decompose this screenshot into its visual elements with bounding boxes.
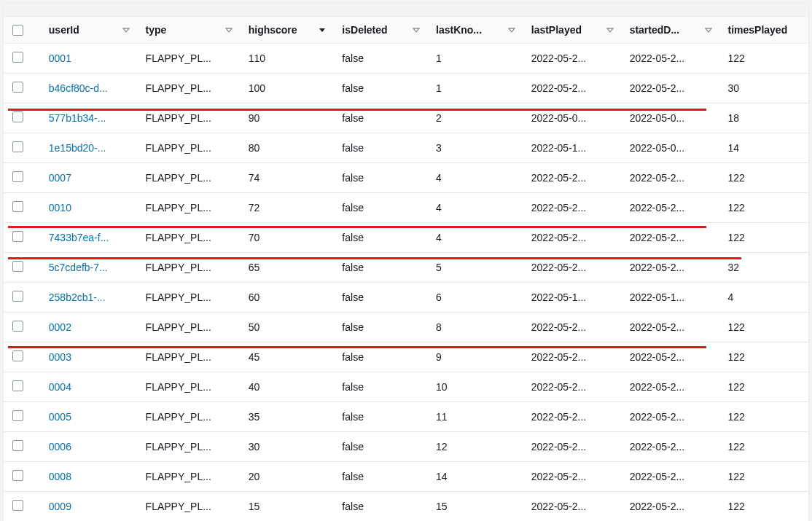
column-header-timesPlayed: timesPlayed [719, 17, 809, 44]
column-header-lastPlayed[interactable]: lastPlayed [523, 17, 621, 44]
svg-marker-1 [226, 28, 232, 32]
cell-lastKno: 3 [427, 133, 523, 163]
column-header-userId[interactable]: userId [40, 17, 137, 44]
cell-isDeleted: false [333, 193, 427, 223]
userid-link[interactable]: 5c7cdefb-7... [49, 262, 108, 273]
cell-userId[interactable]: 0005 [40, 402, 137, 432]
column-header-type[interactable]: type [137, 17, 240, 44]
sort-desc-icon[interactable] [319, 26, 326, 34]
userid-link[interactable]: 258b2cb1-... [49, 291, 106, 303]
row-checkbox[interactable] [12, 350, 23, 361]
column-header-chk [4, 17, 40, 44]
row-checkbox[interactable] [12, 111, 23, 122]
cell-timesPlayed: 122 [719, 223, 809, 253]
row-checkbox[interactable] [12, 261, 23, 272]
cell-timesPlayed: 122 [719, 402, 809, 432]
row-checkbox[interactable] [12, 410, 23, 421]
table-row: 577b1b34-...FLAPPY_PL...90false22022-05-… [4, 103, 808, 133]
cell-isDeleted: false [333, 283, 427, 313]
sort-icon[interactable] [606, 26, 614, 34]
column-header-isDeleted[interactable]: isDeleted [333, 17, 427, 44]
cell-userId[interactable]: 0006 [40, 432, 137, 462]
cell-lastKno: 4 [427, 163, 523, 193]
cell-userId[interactable]: 0010 [40, 193, 137, 223]
row-checkbox[interactable] [12, 171, 23, 182]
sort-icon[interactable] [413, 26, 420, 34]
sort-icon[interactable] [705, 26, 712, 34]
userid-link[interactable]: 0001 [49, 52, 71, 64]
cell-lastPlayed: 2022-05-2... [523, 462, 621, 492]
userid-link[interactable]: 577b1b34-... [49, 112, 106, 124]
column-header-startedD[interactable]: startedD... [621, 17, 719, 44]
cell-lastKno: 14 [427, 462, 523, 492]
row-checkbox[interactable] [12, 440, 23, 451]
select-all-checkbox[interactable] [12, 25, 23, 36]
column-header-highscore[interactable]: highscore [240, 17, 334, 44]
cell-isDeleted: false [333, 133, 427, 163]
cell-highscore: 50 [240, 313, 334, 342]
table-row: 0009FLAPPY_PL...15false152022-05-2...202… [4, 492, 808, 522]
userid-link[interactable]: b46cf80c-d... [49, 82, 108, 94]
cell-userId[interactable]: 0009 [40, 492, 137, 522]
row-checkbox[interactable] [12, 500, 23, 511]
sort-icon[interactable] [508, 26, 515, 34]
table-row: 0010FLAPPY_PL...72false42022-05-2...2022… [4, 193, 808, 223]
cell-lastKno: 8 [427, 313, 523, 342]
cell-timesPlayed: 14 [719, 133, 809, 163]
cell-highscore: 15 [240, 492, 334, 522]
userid-link[interactable]: 0003 [49, 351, 71, 363]
cell-lastPlayed: 2022-05-2... [523, 372, 621, 402]
cell-isDeleted: false [333, 492, 427, 522]
cell-timesPlayed: 122 [719, 313, 809, 342]
cell-userId[interactable]: b46cf80c-d... [40, 74, 137, 103]
userid-link[interactable]: 1e15bd20-... [49, 142, 106, 154]
cell-lastKno: 11 [427, 402, 523, 432]
row-checkbox[interactable] [12, 201, 23, 212]
cell-lastKno: 10 [427, 372, 523, 402]
row-checkbox[interactable] [12, 231, 23, 242]
row-checkbox[interactable] [12, 380, 23, 391]
cell-isDeleted: false [333, 44, 427, 74]
cell-highscore: 80 [240, 133, 334, 163]
userid-link[interactable]: 0010 [49, 202, 71, 214]
cell-userId[interactable]: 0002 [40, 313, 137, 342]
cell-lastKno: 4 [427, 193, 523, 223]
cell-startedD: 2022-05-1... [621, 283, 719, 313]
userid-link[interactable]: 0008 [49, 471, 71, 482]
cell-type: FLAPPY_PL... [137, 313, 240, 342]
sort-icon[interactable] [225, 26, 233, 34]
svg-marker-4 [509, 28, 515, 32]
cell-userId[interactable]: 0007 [40, 163, 137, 193]
cell-userId[interactable]: 1e15bd20-... [40, 133, 137, 163]
cell-highscore: 74 [240, 163, 334, 193]
cell-userId[interactable]: 0001 [40, 44, 137, 74]
cell-highscore: 90 [240, 103, 334, 133]
cell-startedD: 2022-05-2... [621, 313, 719, 342]
sort-icon[interactable] [122, 26, 130, 34]
cell-lastKno: 2 [427, 103, 523, 133]
cell-userId[interactable]: 258b2cb1-... [40, 283, 137, 313]
row-checkbox[interactable] [12, 291, 23, 302]
cell-userId[interactable]: 577b1b34-... [40, 103, 137, 133]
row-checkbox[interactable] [12, 321, 23, 332]
cell-lastKno: 15 [427, 492, 523, 522]
row-checkbox[interactable] [12, 141, 23, 152]
table-row: 0006FLAPPY_PL...30false122022-05-2...202… [4, 432, 808, 462]
cell-userId[interactable]: 0008 [40, 462, 137, 492]
cell-isDeleted: false [333, 74, 427, 103]
userid-link[interactable]: 0006 [49, 441, 71, 453]
cell-userId[interactable]: 0004 [40, 372, 137, 402]
userid-link[interactable]: 0004 [49, 381, 71, 393]
row-checkbox[interactable] [12, 470, 23, 481]
row-checkbox[interactable] [12, 82, 23, 93]
userid-link[interactable]: 0002 [49, 321, 71, 333]
userid-link[interactable]: 7433b7ea-f... [49, 232, 109, 243]
userid-link[interactable]: 0007 [49, 172, 71, 184]
svg-marker-6 [706, 28, 711, 32]
userid-link[interactable]: 0005 [49, 411, 71, 423]
userid-link[interactable]: 0009 [49, 501, 71, 512]
cell-type: FLAPPY_PL... [137, 372, 240, 402]
column-header-lastKno[interactable]: lastKno... [427, 17, 523, 44]
row-checkbox[interactable] [12, 52, 23, 63]
table-header: userIdtypehighscoreisDeletedlastKno...la… [4, 17, 808, 44]
